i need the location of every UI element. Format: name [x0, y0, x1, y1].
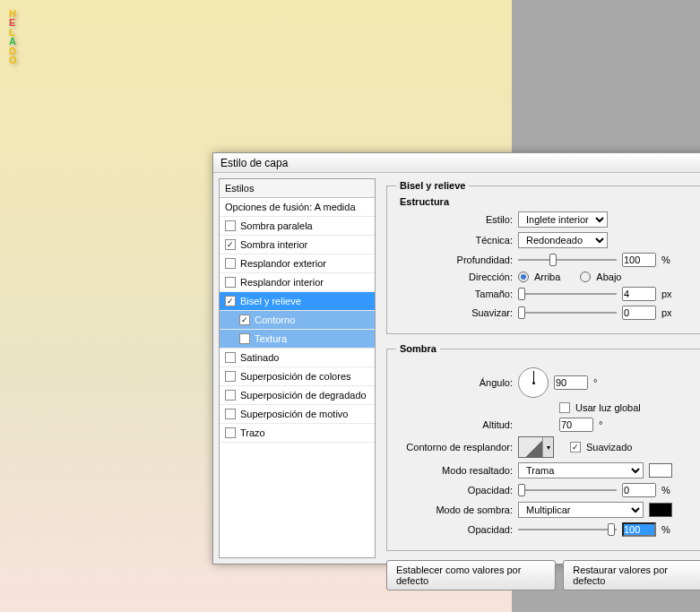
angle-label: Ángulo: [396, 377, 513, 388]
shadow-opacity-input[interactable] [622, 522, 656, 537]
shadow-fieldset: Sombra Ángulo: ° Usar luz global Altitud… [386, 343, 700, 551]
checkbox-icon[interactable] [225, 277, 236, 288]
checkbox-icon[interactable] [225, 220, 236, 231]
size-slider[interactable] [518, 287, 617, 301]
shadow-color-swatch[interactable] [649, 503, 672, 517]
sidebar-item-label: Textura [255, 333, 287, 344]
dialog-title: Estilo de capa [213, 153, 700, 173]
sidebar-item-label: Superposición de colores [240, 371, 351, 382]
sidebar-item[interactable]: Superposición de motivo [220, 405, 375, 424]
anti-alias-checkbox[interactable] [570, 442, 581, 453]
direction-up-radio[interactable] [518, 272, 529, 282]
checkbox-icon[interactable] [239, 315, 250, 325]
shadow-legend: Sombra [396, 343, 440, 354]
shadow-opacity-slider[interactable] [518, 522, 617, 537]
highlight-opacity-slider[interactable] [518, 483, 617, 497]
sidebar-item-label: Satinado [240, 352, 279, 363]
reset-default-button[interactable]: Restaurar valores por defecto [563, 560, 700, 590]
highlight-opacity-input[interactable] [622, 483, 656, 497]
checkbox-icon[interactable] [225, 258, 236, 269]
shadow-mode-label: Modo de sombra: [396, 504, 513, 515]
style-select[interactable]: Inglete interior [518, 211, 608, 228]
sidebar-item[interactable]: Resplandor exterior [220, 254, 375, 273]
sidebar-item-label: Resplandor exterior [240, 258, 326, 269]
use-global-light-checkbox[interactable] [559, 402, 570, 413]
sidebar-item-label: Superposición de motivo [240, 409, 348, 419]
soften-input[interactable] [622, 306, 656, 320]
bevel-fieldset: Bisel y relieve Estructura Estilo: Ingle… [386, 180, 700, 334]
canvas-letter: A [9, 37, 188, 46]
technique-label: Técnica: [396, 235, 513, 246]
canvas-letter: H [9, 9, 188, 18]
angle-wheel[interactable] [518, 367, 549, 398]
blend-options-row[interactable]: Opciones de fusión: A medida [220, 198, 375, 217]
sidebar-item[interactable]: Trazo [220, 424, 375, 443]
soften-label: Suavizar: [396, 307, 513, 318]
angle-input[interactable] [554, 375, 588, 390]
size-label: Tamaño: [396, 289, 513, 299]
canvas-text-preview: HELADO [9, 9, 188, 65]
chevron-down-icon: ▾ [542, 437, 553, 457]
sidebar-item[interactable]: Superposición de colores [220, 367, 375, 386]
panel-title: Bisel y relieve [396, 180, 469, 191]
checkbox-icon[interactable] [225, 296, 236, 306]
sidebar-item-label: Sombra paralela [240, 220, 313, 231]
style-label: Estilo: [396, 214, 513, 225]
panel-content: Bisel y relieve Estructura Estilo: Ingle… [376, 173, 700, 564]
styles-sidebar: Estilos Opciones de fusión: A medida Som… [219, 178, 376, 558]
technique-select[interactable]: Redondeado [518, 232, 608, 248]
sidebar-item[interactable]: Superposición de degradado [220, 386, 375, 405]
checkbox-icon[interactable] [225, 352, 236, 363]
highlight-opacity-label: Opacidad: [396, 485, 513, 496]
depth-label: Profundidad: [396, 254, 513, 265]
sidebar-item-label: Superposición de degradado [240, 390, 367, 401]
altitude-label: Altitud: [396, 419, 513, 430]
shadow-opacity-label: Opacidad: [396, 524, 513, 535]
canvas-letter: D [9, 47, 188, 56]
soften-slider[interactable] [518, 306, 617, 320]
checkbox-icon[interactable] [225, 409, 236, 419]
canvas-letter: L [9, 28, 188, 37]
sidebar-item-label: Bisel y relieve [240, 296, 301, 306]
canvas-letter: O [9, 56, 188, 65]
size-input[interactable] [622, 287, 656, 301]
sidebar-item[interactable]: Resplandor interior [220, 273, 375, 292]
checkbox-icon[interactable] [225, 239, 236, 250]
gloss-contour-label: Contorno de resplandor: [396, 442, 513, 453]
highlight-color-swatch[interactable] [649, 463, 672, 478]
layer-style-dialog: Estilo de capa Estilos Opciones de fusió… [212, 152, 700, 565]
canvas-letter: E [9, 18, 188, 27]
sidebar-item[interactable]: Textura [220, 330, 375, 349]
sidebar-item[interactable]: Sombra interior [220, 236, 375, 254]
direction-label: Dirección: [396, 272, 513, 282]
highlight-mode-select[interactable]: Trama [518, 462, 644, 478]
shadow-mode-select[interactable]: Multiplicar [518, 502, 644, 518]
sidebar-item[interactable]: Contorno [220, 311, 375, 330]
structure-legend: Estructura [400, 196, 695, 207]
direction-down-radio[interactable] [580, 272, 591, 282]
make-default-button[interactable]: Establecer como valores por defecto [386, 560, 556, 590]
sidebar-item-label: Sombra interior [240, 239, 307, 250]
depth-slider[interactable] [518, 253, 617, 267]
sidebar-header: Estilos [220, 179, 375, 198]
sidebar-item[interactable]: Sombra paralela [220, 217, 375, 236]
highlight-mode-label: Modo resaltado: [396, 465, 513, 476]
sidebar-item[interactable]: Bisel y relieve [220, 292, 375, 311]
gloss-contour-picker[interactable]: ▾ [518, 436, 554, 458]
checkbox-icon[interactable] [225, 390, 236, 401]
sidebar-item[interactable]: Satinado [220, 349, 375, 367]
sidebar-item-label: Trazo [240, 427, 265, 438]
checkbox-icon[interactable] [239, 333, 250, 344]
checkbox-icon[interactable] [225, 371, 236, 382]
sidebar-item-label: Resplandor interior [240, 277, 324, 288]
checkbox-icon[interactable] [225, 427, 236, 438]
altitude-input[interactable] [559, 418, 593, 432]
sidebar-item-label: Contorno [255, 315, 295, 325]
depth-input[interactable] [622, 253, 656, 267]
